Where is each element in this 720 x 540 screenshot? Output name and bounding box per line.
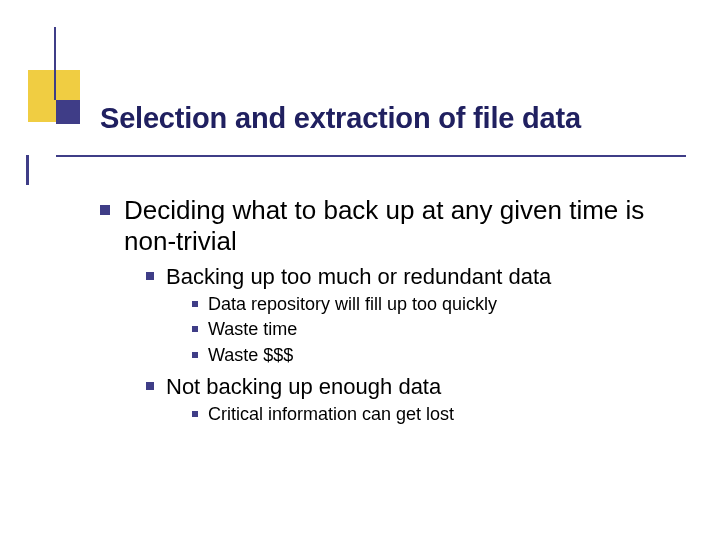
bullet-text: Critical information can get lost (208, 403, 454, 426)
bullet-level3: Waste time (192, 318, 680, 341)
bullet-level2: Not backing up enough data (146, 373, 680, 401)
bullet-level3: Critical information can get lost (192, 403, 680, 426)
slide-body: Deciding what to back up at any given ti… (100, 195, 680, 426)
decor-horizontal-line (56, 155, 686, 157)
slide: Selection and extraction of file data De… (0, 0, 720, 540)
square-bullet-icon (192, 411, 198, 417)
bullet-text: Deciding what to back up at any given ti… (124, 195, 680, 257)
bullet-text: Waste $$$ (208, 344, 293, 367)
square-bullet-icon (192, 352, 198, 358)
square-bullet-icon (146, 382, 154, 390)
decor-vertical-line-thin (54, 27, 56, 100)
bullet-level3: Data repository will fill up too quickly (192, 293, 680, 316)
square-bullet-icon (192, 301, 198, 307)
square-bullet-icon (146, 272, 154, 280)
bullet-level2: Backing up too much or redundant data (146, 263, 680, 291)
bullet-text: Waste time (208, 318, 297, 341)
decor-vertical-line-thick (26, 155, 29, 185)
bullet-text: Data repository will fill up too quickly (208, 293, 497, 316)
bullet-level1: Deciding what to back up at any given ti… (100, 195, 680, 257)
decor-blue-square (56, 100, 80, 124)
bullet-text: Backing up too much or redundant data (166, 263, 551, 291)
slide-title: Selection and extraction of file data (100, 102, 581, 135)
square-bullet-icon (192, 326, 198, 332)
square-bullet-icon (100, 205, 110, 215)
bullet-level3: Waste $$$ (192, 344, 680, 367)
bullet-text: Not backing up enough data (166, 373, 441, 401)
